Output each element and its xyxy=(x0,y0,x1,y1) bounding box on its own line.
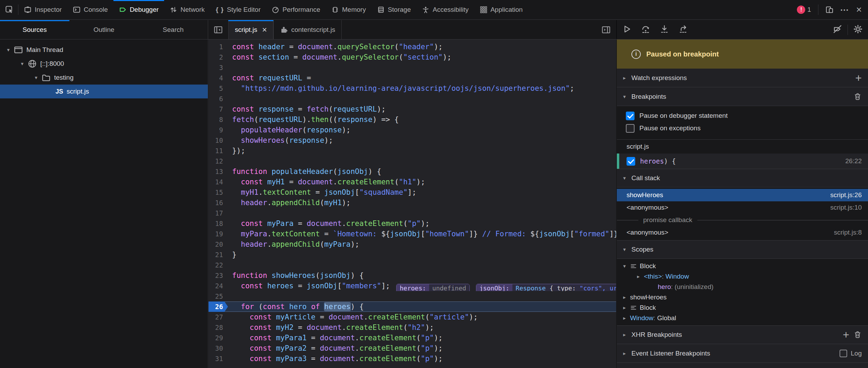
sidebar-tab-sources[interactable]: Sources xyxy=(0,20,69,39)
line-number[interactable]: 3 xyxy=(209,62,228,73)
scopes-header[interactable]: ▾ Scopes xyxy=(617,240,868,259)
responsive-design-icon[interactable] xyxy=(825,6,834,14)
code-line[interactable]: 5 "https://mdn.github.io/learning-area/j… xyxy=(209,83,616,94)
breakpoint-entry[interactable]: heroes) {26:22 xyxy=(617,154,868,169)
breakpoint-option[interactable]: Pause on debugger statement xyxy=(617,109,868,122)
line-number[interactable]: 29 xyxy=(209,333,228,343)
line-number[interactable]: 6 xyxy=(209,94,228,104)
chevron-right-icon[interactable]: ▸ xyxy=(622,305,627,311)
line-number[interactable]: 20 xyxy=(209,239,228,249)
line-number[interactable]: 2 xyxy=(209,52,228,62)
code-line[interactable]: 22 xyxy=(209,260,616,270)
line-number[interactable]: 25 xyxy=(209,291,228,301)
code-line[interactable]: 15 myH1.textContent = jsonObj["squadName… xyxy=(209,187,616,198)
call-stack-frame[interactable]: showHeroesscript.js:26 xyxy=(617,189,868,201)
resume-button[interactable] xyxy=(622,25,631,35)
line-number[interactable]: 9 xyxy=(209,125,228,135)
add-xhr-breakpoint-button[interactable]: + xyxy=(843,329,849,340)
line-number[interactable]: 11 xyxy=(209,146,228,156)
line-number[interactable]: 22 xyxy=(209,260,228,270)
trash-icon[interactable] xyxy=(853,93,862,101)
line-number[interactable]: 19 xyxy=(209,229,228,239)
code-line[interactable]: 9 populateHeader(response); xyxy=(209,125,616,135)
scope-row[interactable]: ▸Block xyxy=(617,303,868,313)
tree-item-script.js[interactable]: JSscript.js xyxy=(0,85,208,98)
settings-button[interactable] xyxy=(853,25,862,35)
deactivate-breakpoints-button[interactable] xyxy=(833,25,842,35)
chevron-down-icon[interactable]: ▾ xyxy=(19,61,26,67)
toolbar-tab-performance[interactable]: Performance xyxy=(266,0,326,19)
code-line[interactable]: 2const section = document.querySelector(… xyxy=(209,52,616,62)
log-event-listeners-checkbox[interactable]: Log xyxy=(840,350,862,357)
event-listener-breakpoints-header[interactable]: ▸ Event Listener Breakpoints Log xyxy=(617,344,868,363)
code-line[interactable]: 11}); xyxy=(209,146,616,156)
collapse-panes-button[interactable] xyxy=(208,20,228,39)
scope-row[interactable]: hero: (uninitialized) xyxy=(617,282,868,292)
code-line[interactable]: 19 myPara.textContent = `Hometown: ${jso… xyxy=(209,229,616,239)
toolbar-tab-accessibility[interactable]: Accessibility xyxy=(416,0,474,19)
code-line[interactable]: 23function showHeroes(jsonObj) { xyxy=(209,270,616,281)
line-number[interactable]: 4 xyxy=(209,73,228,83)
code-line[interactable]: 29 const myPara1 = document.createElemen… xyxy=(209,333,616,343)
tree-item-MainThread[interactable]: ▾Main Thread xyxy=(0,43,208,57)
code-line[interactable]: 1const header = document.querySelector("… xyxy=(209,42,616,52)
sidebar-tab-outline[interactable]: Outline xyxy=(69,20,139,39)
code-line[interactable]: 13function populateHeader(jsonObj) { xyxy=(209,166,616,177)
add-watch-expression-button[interactable]: + xyxy=(855,72,862,84)
code-line[interactable]: 16 header.appendChild(myH1); xyxy=(209,198,616,208)
line-number[interactable]: 15 xyxy=(209,187,228,198)
line-number[interactable]: 28 xyxy=(209,322,228,333)
code-line[interactable]: 14 const myH1 = document.createElement("… xyxy=(209,177,616,187)
chevron-down-icon[interactable]: ▾ xyxy=(622,263,627,269)
code-line[interactable]: 17 xyxy=(209,208,616,218)
code-editor[interactable]: 1const header = document.querySelector("… xyxy=(209,40,616,368)
line-number[interactable]: 10 xyxy=(209,135,228,146)
code-line[interactable]: 24 const heroes = jsonObj["members"];her… xyxy=(209,281,616,291)
line-number[interactable]: 7 xyxy=(209,104,228,114)
xhr-breakpoints-header[interactable]: ▸ XHR Breakpoints + xyxy=(617,325,868,344)
chevron-down-icon[interactable]: ▾ xyxy=(5,47,12,53)
tree-item-testing[interactable]: ▾testing xyxy=(0,71,208,85)
toolbar-tab-console[interactable]: Console xyxy=(67,0,113,19)
checkbox-checked[interactable] xyxy=(626,112,635,120)
chevron-right-icon[interactable]: ▸ xyxy=(636,273,641,280)
code-line[interactable]: 28 const myH2 = document.createElement("… xyxy=(209,322,616,333)
close-tab-icon[interactable]: × xyxy=(262,26,267,34)
scope-row[interactable]: ▸Window: Global xyxy=(617,313,868,323)
checkbox-checked[interactable] xyxy=(627,157,635,166)
line-number[interactable]: 27 xyxy=(209,312,228,322)
line-number[interactable]: 23 xyxy=(209,270,228,281)
code-line[interactable]: 3 xyxy=(209,62,616,73)
call-stack-header[interactable]: ▾ Call stack xyxy=(617,169,868,187)
toolbar-tab-style-editor[interactable]: { }Style Editor xyxy=(210,0,266,19)
step-over-button[interactable] xyxy=(641,25,650,35)
watch-expressions-header[interactable]: ▸ Watch expressions + xyxy=(617,69,868,87)
toolbar-tab-inspector[interactable]: Inspector xyxy=(18,0,67,19)
step-out-button[interactable] xyxy=(679,25,688,35)
line-number[interactable]: 14 xyxy=(209,177,228,187)
chevron-right-icon[interactable]: ▸ xyxy=(622,315,627,321)
code-line[interactable]: 12 xyxy=(209,156,616,166)
meatball-menu-icon[interactable]: ••• xyxy=(841,7,849,13)
line-number[interactable]: 13 xyxy=(209,166,228,177)
breakpoint-option[interactable]: Pause on exceptions xyxy=(617,122,868,134)
code-line[interactable]: 31 const myPara3 = document.createElemen… xyxy=(209,353,616,364)
code-line[interactable]: 27 const myArticle = document.createElem… xyxy=(209,312,616,322)
chevron-down-icon[interactable]: ▾ xyxy=(33,75,40,81)
sidebar-tab-search[interactable]: Search xyxy=(138,20,208,39)
code-line[interactable]: 8fetch(requestURL).then((response) => { xyxy=(209,114,616,125)
line-number[interactable]: 26 xyxy=(209,301,228,312)
source-tab-script.js[interactable]: script.js× xyxy=(228,20,273,39)
source-tab-contentscript.js[interactable]: contentscript.js xyxy=(273,20,342,39)
line-number[interactable]: 24 xyxy=(209,281,228,291)
toolbar-tab-application[interactable]: Application xyxy=(474,0,528,19)
toolbar-tab-storage[interactable]: Storage xyxy=(372,0,417,19)
line-number[interactable]: 12 xyxy=(209,156,228,166)
line-number[interactable]: 30 xyxy=(209,343,228,353)
step-in-button[interactable] xyxy=(660,25,669,35)
trash-icon[interactable] xyxy=(853,331,862,339)
pick-element-button[interactable] xyxy=(0,0,18,19)
close-icon[interactable]: × xyxy=(856,5,862,15)
line-number[interactable]: 8 xyxy=(209,114,228,125)
line-number[interactable]: 31 xyxy=(209,353,228,364)
